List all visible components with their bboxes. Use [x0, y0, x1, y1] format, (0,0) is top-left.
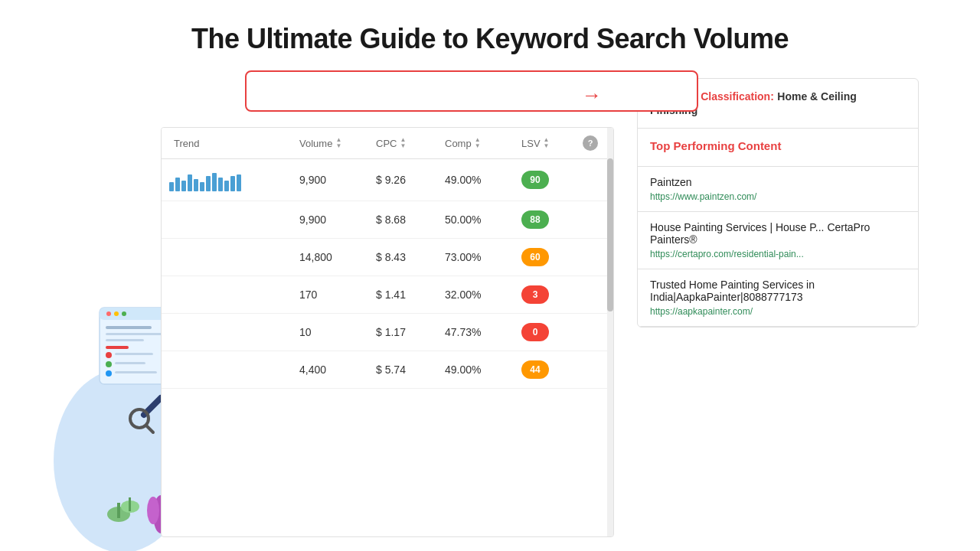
table-row: 10 $ 1.17 47.73% 0 — [162, 314, 613, 351]
lsv-cell: 44 — [521, 360, 583, 379]
cpc-cell: $ 1.17 — [376, 326, 445, 338]
keyword-table: Trend Volume ▲▼ CPC ▲▼ Comp ▲▼ LSV ▲▼ — [161, 127, 614, 537]
search-input[interactable] — [245, 70, 698, 112]
svg-point-12 — [106, 361, 112, 367]
volume-cell: 170 — [299, 289, 376, 301]
content-item: Trusted Home Painting Services in India|… — [638, 269, 918, 327]
sort-cpc-icon[interactable]: ▲▼ — [400, 137, 406, 149]
content-item-url[interactable]: https://aapkapainter.com/ — [650, 306, 906, 317]
svg-rect-31 — [117, 503, 120, 518]
sort-volume-icon[interactable]: ▲▼ — [335, 137, 341, 149]
volume-cell: 4,400 — [299, 364, 376, 376]
svg-point-10 — [106, 352, 112, 358]
trend-cell — [162, 168, 299, 191]
lsv-cell: 60 — [521, 248, 583, 266]
table-row: 170 $ 1.41 32.00% 3 — [162, 276, 613, 314]
svg-point-3 — [106, 311, 111, 316]
content-item-url[interactable]: https://www.paintzen.com/ — [650, 191, 906, 202]
comp-cell: 73.00% — [445, 251, 521, 263]
col-comp[interactable]: Comp ▲▼ — [445, 135, 521, 151]
content-item-url[interactable]: https://certapro.com/residential-pain... — [650, 249, 906, 259]
comp-cell: 49.00% — [445, 364, 521, 376]
col-lsv[interactable]: LSV ▲▼ — [521, 135, 583, 151]
table-row: 9,900 $ 9.26 49.00% 90 — [162, 159, 613, 201]
volume-cell: 9,900 — [299, 174, 376, 186]
content-item: Paintzen https://www.paintzen.com/ — [638, 167, 918, 212]
help-icon[interactable]: ? — [583, 135, 598, 151]
volume-cell: 14,800 — [299, 251, 376, 263]
svg-rect-15 — [115, 371, 157, 373]
lsv-cell: 88 — [521, 210, 583, 229]
sort-comp-icon[interactable]: ▲▼ — [475, 137, 481, 149]
svg-rect-9 — [106, 346, 129, 349]
comp-cell: 47.73% — [445, 326, 521, 338]
volume-cell: 9,900 — [299, 214, 376, 226]
table-row: 14,800 $ 8.43 73.00% 60 — [162, 239, 613, 276]
svg-rect-13 — [115, 362, 145, 364]
svg-rect-8 — [106, 339, 144, 341]
svg-point-14 — [106, 370, 112, 377]
col-cpc[interactable]: CPC ▲▼ — [376, 135, 445, 151]
scroll-thumb[interactable] — [607, 158, 613, 311]
lsv-cell: 0 — [521, 323, 583, 341]
volume-cell: 10 — [299, 326, 376, 338]
cpc-cell: $ 5.74 — [376, 364, 445, 376]
comp-cell: 49.00% — [445, 174, 521, 186]
top-performing-content-header: Top Performing Content — [638, 129, 918, 167]
svg-point-5 — [122, 311, 126, 316]
cpc-cell: $ 8.68 — [376, 214, 445, 226]
cpc-cell: $ 8.43 — [376, 251, 445, 263]
table-row: 9,900 $ 8.68 50.00% 88 — [162, 201, 613, 239]
comp-cell: 50.00% — [445, 214, 521, 226]
content-item-title: House Painting Services | House P... Cer… — [650, 221, 906, 246]
search-submit-icon[interactable]: → — [582, 83, 602, 107]
content-item-title: Trusted Home Painting Services in India|… — [650, 279, 906, 303]
svg-point-4 — [114, 311, 119, 316]
content-item: House Painting Services | House P... Cer… — [638, 212, 918, 269]
cpc-cell: $ 1.41 — [376, 289, 445, 301]
col-volume[interactable]: Volume ▲▼ — [299, 135, 376, 151]
left-section: → Trend Volume ▲▼ CPC ▲▼ Comp — [61, 70, 614, 537]
svg-rect-11 — [115, 353, 153, 355]
col-trend: Trend — [162, 135, 299, 151]
scrollbar[interactable] — [607, 128, 613, 536]
content-item-title: Paintzen — [650, 176, 906, 188]
svg-rect-6 — [106, 326, 152, 329]
top-content-title: Top Performing Content — [650, 139, 906, 152]
lsv-cell: 90 — [521, 171, 583, 189]
svg-point-36 — [147, 497, 159, 524]
svg-rect-33 — [129, 497, 131, 511]
cpc-cell: $ 9.26 — [376, 174, 445, 186]
table-header: Trend Volume ▲▼ CPC ▲▼ Comp ▲▼ LSV ▲▼ — [162, 128, 613, 159]
svg-rect-7 — [106, 333, 167, 335]
table-row: 4,400 $ 5.74 49.00% 44 — [162, 351, 613, 389]
lsv-cell: 3 — [521, 285, 583, 304]
comp-cell: 32.00% — [445, 289, 521, 301]
right-panel: Semantic Classification: Home & Ceiling … — [637, 78, 919, 328]
page-title: The Ultimate Guide to Keyword Search Vol… — [0, 0, 980, 70]
sort-lsv-icon[interactable]: ▲▼ — [544, 137, 550, 149]
